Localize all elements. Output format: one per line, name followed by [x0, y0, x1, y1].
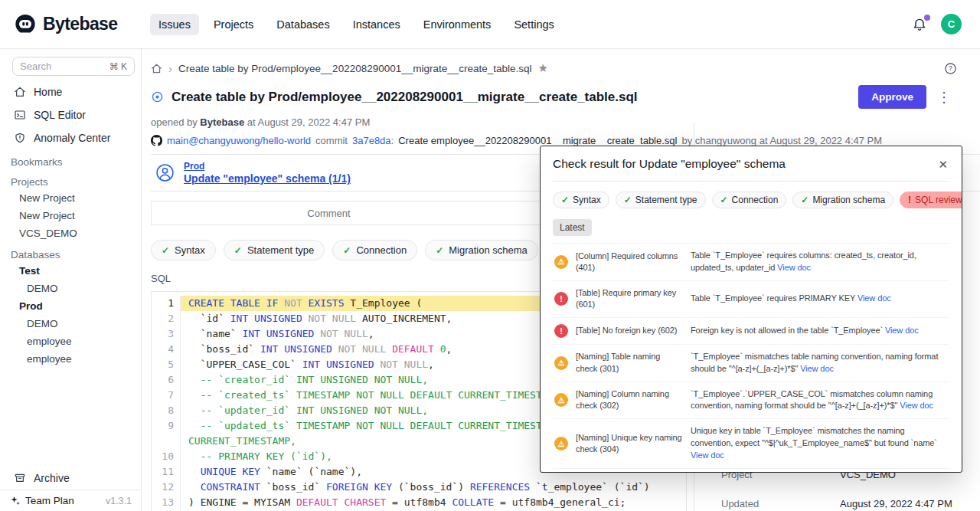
line-number: 8 [152, 403, 181, 418]
sidebar-item-archive[interactable]: Archive [0, 467, 141, 490]
check-result-list: ⚠[Column] Required columns (401)Table `T… [553, 243, 949, 473]
check-icon: ✓ [624, 195, 632, 205]
close-icon[interactable]: ✕ [936, 157, 949, 172]
check-pill-statement-type[interactable]: ✓Statement type [224, 240, 325, 260]
environment-group-test: Test [0, 262, 141, 280]
user-avatar[interactable]: C [941, 14, 962, 34]
sidebar-link-demo[interactable]: DEMO [0, 280, 141, 297]
sidebar-link-new-project[interactable]: New Project [0, 189, 141, 207]
error-icon: ! [554, 324, 568, 338]
rule-name: [Naming] Unique key naming check (304) [576, 432, 683, 456]
line-number: 13 [152, 495, 181, 510]
sidebar-link-new-project[interactable]: New Project [0, 207, 141, 224]
rule-name: [Table] No foreign key (602) [576, 325, 683, 336]
modal-title: Check result for Update "employee" schem… [553, 157, 786, 171]
check-result-row: ⚠[Column] Required columns (401)Table `T… [553, 243, 949, 280]
bytebase-logo[interactable]: Bytebase [14, 13, 142, 36]
sidebar-link-vcs-demo[interactable]: VCS_DEMO [0, 224, 141, 242]
check-pill-label: Migration schema [812, 195, 885, 205]
version-label: v1.3.1 [106, 496, 132, 506]
approve-button[interactable]: Approve [858, 85, 926, 109]
check-pill-migration-schema[interactable]: ✓Migration schema [792, 192, 893, 208]
issue-header: Create table by Prod/employee__202208290… [151, 85, 980, 109]
help-icon[interactable]: ? [944, 62, 957, 75]
view-doc-link[interactable]: View doc [885, 326, 919, 335]
sidebar-item-anomaly-center[interactable]: Anomaly Center [0, 126, 141, 149]
stage-task-link[interactable]: Update "employee" schema (1/1) [184, 172, 351, 185]
view-doc-link[interactable]: View doc [691, 450, 724, 460]
check-pill-label: Statement type [247, 244, 314, 256]
notifications-bell-icon[interactable] [912, 17, 927, 32]
breadcrumb-home-icon[interactable] [151, 63, 162, 74]
bookmark-star-icon[interactable]: ★ [538, 61, 548, 75]
nav-item-databases[interactable]: Databases [268, 14, 338, 35]
view-doc-link[interactable]: View doc [800, 364, 834, 373]
check-pill-label: SQL review [915, 195, 962, 205]
check-pill-connection[interactable]: ✓Connection [332, 240, 417, 260]
check-pill-migration-schema[interactable]: ✓Migration schema [425, 240, 538, 260]
vcs-commit-message: Create employee__202208290001__migrate__… [398, 135, 677, 146]
sidebar-item-sql-editor[interactable]: SQL Editor [0, 103, 141, 126]
rule-detail: Table `T_Employee` requires PRIMARY KEY … [691, 293, 948, 305]
plan-footer[interactable]: Team Plan v1.3.1 [0, 490, 141, 511]
rule-detail: Unique key in table `T_Employee` mismatc… [691, 425, 948, 462]
check-result-row: ⚠[Naming] Table naming check (301)`T_Emp… [553, 344, 949, 382]
environment-group-prod: Prod [0, 297, 141, 315]
sparkle-icon [9, 495, 21, 506]
check-result-row: ![Table] Require primary key (601)Table … [553, 280, 949, 317]
view-doc-link[interactable]: View doc [900, 401, 933, 410]
rule-name: [Table] Require primary key (601) [576, 287, 683, 311]
breadcrumb-chevron-icon: › [168, 62, 172, 75]
top-navbar: Bytebase IssuesProjectsDatabasesInstance… [0, 0, 980, 49]
check-pill-syntax[interactable]: ✓Syntax [553, 192, 609, 208]
line-number: 12 [152, 480, 181, 495]
check-icon: ✓ [720, 195, 728, 205]
line-number: 1 [152, 296, 181, 311]
nav-item-settings[interactable]: Settings [505, 14, 562, 35]
section-label-projects: Projects [0, 169, 141, 189]
nav-item-instances[interactable]: Instances [345, 14, 409, 35]
brand-name: Bytebase [43, 14, 117, 34]
check-pill-syntax[interactable]: ✓Syntax [151, 240, 216, 260]
nav-item-issues[interactable]: Issues [150, 14, 199, 35]
vcs-commit-row: main@changyuwong/hello-world commit 3a7e… [151, 135, 980, 146]
more-actions-icon[interactable]: ⋮ [934, 90, 954, 104]
search-box[interactable]: ⌘ K [12, 57, 135, 76]
rule-detail: Foreign key is not allowed in the table … [691, 325, 948, 337]
stage-environment-link[interactable]: Prod [184, 161, 351, 172]
check-pill-sql-review[interactable]: !SQL review [900, 192, 962, 208]
line-number: 10 [152, 449, 181, 464]
check-pill-label: Syntax [573, 195, 601, 205]
check-pill-label: Connection [356, 244, 407, 256]
sidebar-item-home[interactable]: Home [0, 80, 141, 103]
line-number: 3 [152, 326, 181, 342]
opened-by-author: Bytebase [200, 116, 244, 128]
rule-detail: `T_Employee`.`UPPER_CASE_COL` mismatches… [691, 388, 948, 413]
nav-item-environments[interactable]: Environments [415, 14, 500, 35]
check-pill-connection[interactable]: ✓Connection [712, 192, 787, 208]
view-doc-link[interactable]: View doc [777, 263, 811, 272]
sidebar-link-employee[interactable]: employee [0, 332, 141, 350]
line-number: 6 [152, 372, 181, 388]
check-pill-statement-type[interactable]: ✓Statement type [616, 192, 706, 208]
info-value: August 29, 2022 4:47 PM [840, 498, 952, 509]
check-result-row: ![Table] No foreign key (602)Foreign key… [553, 317, 949, 344]
nav-item-projects[interactable]: Projects [205, 14, 262, 35]
line-number: 4 [152, 342, 181, 357]
latest-button[interactable]: Latest [553, 219, 592, 236]
search-input[interactable] [20, 61, 86, 72]
svg-text:?: ? [949, 65, 952, 72]
home-icon [14, 86, 26, 98]
check-pill-label: Migration schema [449, 244, 528, 256]
vcs-commit-author: by changyuwong at August 29, 2022 4:47 P… [681, 135, 882, 146]
sidebar-link-employee[interactable]: employee [0, 350, 141, 368]
check-icon: ✓ [234, 245, 242, 256]
vcs-branch-link[interactable]: main@changyuwong/hello-world [167, 135, 311, 146]
main-nav: IssuesProjectsDatabasesInstancesEnvironm… [150, 14, 563, 35]
bytebase-logo-icon [14, 13, 37, 36]
warning-icon: ⚠ [554, 255, 568, 269]
vcs-commit-hash-link[interactable]: 3a7e8da: [352, 135, 394, 146]
section-label-bookmarks: Bookmarks [0, 149, 141, 169]
view-doc-link[interactable]: View doc [858, 293, 891, 303]
sidebar-link-demo[interactable]: DEMO [0, 315, 141, 332]
